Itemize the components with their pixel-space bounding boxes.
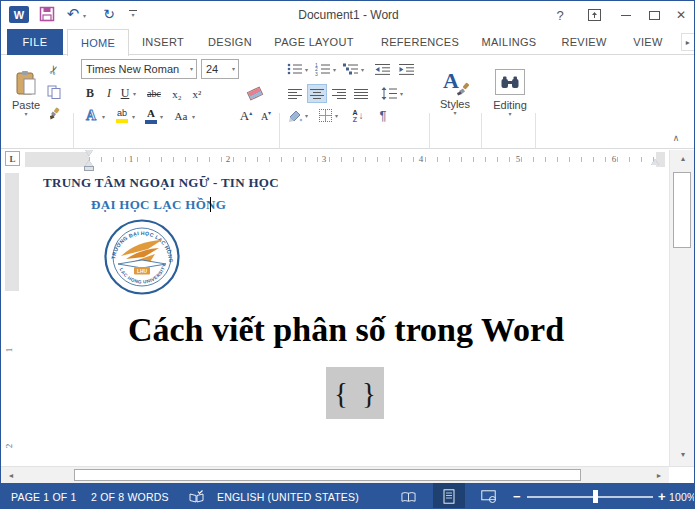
align-center-button[interactable] <box>307 84 327 103</box>
bold-button[interactable]: B <box>81 84 99 103</box>
scroll-down-button[interactable]: ▾ <box>670 446 695 463</box>
scroll-up-button[interactable]: ▴ <box>670 150 695 167</box>
right-indent-marker[interactable] <box>651 159 659 165</box>
tab-mailings[interactable]: MAILINGS <box>477 29 541 55</box>
scroll-left-button[interactable]: ◄ <box>3 467 19 483</box>
equation-placeholder[interactable]: { } <box>326 367 384 419</box>
tab-review[interactable]: REVIEW <box>555 29 613 55</box>
numbering-button[interactable]: 123 <box>313 60 333 78</box>
ribbon-display-options-icon <box>588 9 601 21</box>
zoom-slider-handle[interactable] <box>593 490 598 503</box>
borders-button[interactable] <box>315 106 335 125</box>
highlight-button[interactable]: ab <box>113 106 131 126</box>
bullets-button[interactable] <box>285 60 305 78</box>
vertical-scroll-thumb[interactable] <box>673 172 691 248</box>
clear-formatting-button[interactable] <box>244 84 266 103</box>
undo-dropdown-icon[interactable]: ▾ <box>83 13 86 19</box>
tab-file[interactable]: FILE <box>7 29 63 55</box>
web-layout-button[interactable] <box>473 483 503 509</box>
editing-button[interactable]: Editing ▾ <box>487 59 533 127</box>
format-painter-button[interactable] <box>45 105 63 123</box>
undo-button[interactable]: ↶ <box>63 3 83 25</box>
print-layout-button[interactable] <box>433 483 465 509</box>
font-name-combobox[interactable]: Times New Roman ▾ <box>81 59 197 79</box>
read-mode-button[interactable] <box>395 483 421 509</box>
document-canvas[interactable]: 1 2 TRUNG TÂM NGOẠI NGỮ - TIN HỌC ĐẠI HỌ… <box>1 171 669 466</box>
tab-design[interactable]: DESIGN <box>199 29 261 55</box>
tab-home[interactable]: HOME <box>67 29 129 56</box>
qat-customize-button[interactable]: ▾ <box>129 10 137 18</box>
justify-button[interactable] <box>351 84 371 103</box>
minimize-icon <box>621 15 631 16</box>
subscript-button[interactable]: x₂ <box>168 84 186 103</box>
line-spacing-dropdown-icon[interactable]: ▾ <box>400 91 403 97</box>
text-effects-dropdown-icon[interactable]: ▾ <box>102 114 105 120</box>
read-mode-icon <box>401 491 416 503</box>
save-icon <box>39 6 55 22</box>
show-hide-pilcrow-button[interactable]: ¶ <box>373 106 393 125</box>
italic-button[interactable]: I <box>101 84 117 103</box>
proofing-status-button[interactable] <box>185 483 207 509</box>
multilevel-list-button[interactable] <box>341 60 361 78</box>
zoom-slider-track[interactable] <box>527 496 653 498</box>
language-indicator[interactable]: ENGLISH (UNITED STATES) <box>217 483 359 509</box>
strikethrough-button[interactable]: abc <box>142 84 166 103</box>
shading-button[interactable] <box>285 106 305 125</box>
grow-font-button[interactable]: A▴ <box>237 106 255 126</box>
scroll-right-button[interactable]: ► <box>651 467 667 483</box>
line-spacing-button[interactable] <box>379 84 399 103</box>
shading-dropdown-icon[interactable]: ▾ <box>305 113 308 119</box>
tab-page-layout[interactable]: PAGE LAYOUT <box>269 29 359 55</box>
word-count[interactable]: 2 OF 8 WORDS <box>91 483 169 509</box>
zoom-in-button[interactable]: + <box>658 483 666 509</box>
underline-dropdown-icon[interactable]: ▾ <box>133 91 136 97</box>
zoom-out-button[interactable]: − <box>513 483 521 509</box>
vertical-scrollbar[interactable]: ▴ ▾ <box>669 150 695 466</box>
scrollbar-corner <box>669 467 695 484</box>
increase-indent-button[interactable] <box>397 60 417 78</box>
highlight-dropdown-icon[interactable]: ▾ <box>132 114 135 120</box>
bullets-dropdown-icon[interactable]: ▾ <box>305 67 308 73</box>
tab-selector-button[interactable]: L <box>5 151 20 166</box>
styles-button[interactable]: A Styles ▾ <box>433 59 477 127</box>
doc-line1: TRUNG TÂM NGOẠI NGỮ - TIN HỌC <box>43 175 279 191</box>
change-case-button[interactable]: Aa <box>171 106 191 126</box>
save-button[interactable] <box>39 6 55 22</box>
copy-button[interactable] <box>45 83 63 101</box>
help-button[interactable]: ? <box>549 3 571 27</box>
align-left-button[interactable] <box>285 84 305 103</box>
shrink-font-button[interactable]: A▾ <box>257 106 275 126</box>
superscript-button[interactable]: x² <box>188 84 206 103</box>
font-size-combobox[interactable]: 24 ▾ <box>201 59 239 79</box>
tab-references[interactable]: REFERENCES <box>381 29 459 55</box>
decrease-indent-button[interactable] <box>373 60 393 78</box>
close-button[interactable]: ✕ <box>669 3 693 27</box>
page-indicator[interactable]: PAGE 1 OF 1 <box>11 483 77 509</box>
maximize-button[interactable] <box>643 3 665 27</box>
font-color-dropdown-icon[interactable]: ▾ <box>160 114 163 120</box>
horizontal-scroll-thumb[interactable] <box>74 469 581 481</box>
underline-button[interactable]: U <box>118 84 132 103</box>
horizontal-ruler[interactable]: 1 2 3 4 5 6 <box>25 152 665 167</box>
zoom-level[interactable]: 100% <box>669 483 695 509</box>
align-right-button[interactable] <box>329 84 349 103</box>
change-case-dropdown-icon[interactable]: ▾ <box>192 114 195 120</box>
tab-insert[interactable]: INSERT <box>135 29 191 55</box>
redo-button[interactable]: ↻ <box>99 3 119 25</box>
text-effects-button[interactable]: A <box>81 106 101 126</box>
borders-dropdown-icon[interactable]: ▾ <box>335 113 338 119</box>
tab-view[interactable]: VIEW <box>627 29 669 55</box>
paste-button[interactable]: Paste ▾ <box>7 60 45 126</box>
cut-button[interactable]: ✂ <box>45 61 63 79</box>
numbering-dropdown-icon[interactable]: ▾ <box>333 67 336 73</box>
horizontal-scrollbar[interactable]: ◄ ► <box>1 466 695 483</box>
more-tabs-button[interactable]: ▸ <box>681 33 695 51</box>
collapse-ribbon-button[interactable]: ∧ <box>667 131 685 145</box>
sort-button[interactable]: AZ ↓ <box>347 106 369 125</box>
multilevel-dropdown-icon[interactable]: ▾ <box>361 67 364 73</box>
minimize-button[interactable] <box>615 3 637 27</box>
copy-icon <box>47 85 61 99</box>
first-line-indent-marker[interactable] <box>85 150 93 156</box>
ribbon-display-options-button[interactable] <box>583 3 605 27</box>
font-color-button[interactable]: A <box>143 106 159 126</box>
